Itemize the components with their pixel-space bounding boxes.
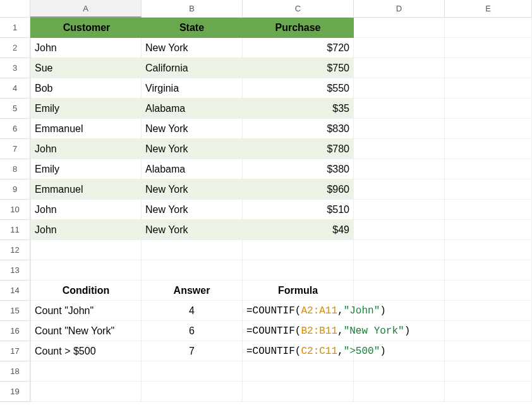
row-header-13[interactable]: 13 xyxy=(0,260,30,281)
cell-A6[interactable]: Emmanuel xyxy=(30,119,142,139)
cell-B11[interactable]: New York xyxy=(142,220,243,240)
column-header-D[interactable]: D xyxy=(354,0,445,18)
row-header-17[interactable]: 17 xyxy=(0,341,30,361)
cell-D5[interactable] xyxy=(354,99,445,119)
cell-D14[interactable] xyxy=(354,281,445,301)
cell-D7[interactable] xyxy=(354,139,445,159)
cell-E7[interactable] xyxy=(445,139,532,159)
cell-D10[interactable] xyxy=(354,200,445,220)
cell-B7[interactable]: New York xyxy=(142,139,243,159)
row-header-14[interactable]: 14 xyxy=(0,281,30,301)
cell-B14[interactable]: Answer xyxy=(142,281,243,301)
cell-E14[interactable] xyxy=(445,281,532,301)
cell-B8[interactable]: Alabama xyxy=(142,159,243,179)
cell-D3[interactable] xyxy=(354,58,445,78)
row-header-9[interactable]: 9 xyxy=(0,179,30,200)
cell-C11[interactable]: $49 xyxy=(243,220,354,240)
cell-C8[interactable]: $380 xyxy=(243,159,354,179)
cell-B17[interactable]: 7 xyxy=(142,341,243,361)
row-header-5[interactable]: 5 xyxy=(0,99,30,119)
cell-C9[interactable]: $960 xyxy=(243,179,354,200)
row-header-15[interactable]: 15 xyxy=(0,301,30,321)
cell-B2[interactable]: New York xyxy=(142,38,243,58)
cell-A18[interactable] xyxy=(30,361,142,382)
cell-D12[interactable] xyxy=(354,240,445,260)
cell-A13[interactable] xyxy=(30,260,142,281)
cell-B1[interactable]: State xyxy=(142,18,243,38)
spreadsheet[interactable]: ABCDE1CustomerStatePurchase2JohnNew York… xyxy=(0,0,532,412)
row-header-19[interactable]: 19 xyxy=(0,382,30,402)
cell-A8[interactable]: Emily xyxy=(30,159,142,179)
cell-A16[interactable]: Count "New York" xyxy=(30,321,142,341)
cell-B9[interactable]: New York xyxy=(142,179,243,200)
row-header-4[interactable]: 4 xyxy=(0,78,30,99)
cell-A2[interactable]: John xyxy=(30,38,142,58)
cell-D6[interactable] xyxy=(354,119,445,139)
cell-C18[interactable] xyxy=(243,361,354,382)
cell-A9[interactable]: Emmanuel xyxy=(30,179,142,200)
cell-C7[interactable]: $780 xyxy=(243,139,354,159)
cell-A12[interactable] xyxy=(30,240,142,260)
cell-C4[interactable]: $550 xyxy=(243,78,354,99)
cell-C13[interactable] xyxy=(243,260,354,281)
column-header-C[interactable]: C xyxy=(243,0,354,18)
cell-B19[interactable] xyxy=(142,382,243,402)
cell-E19[interactable] xyxy=(445,382,532,402)
cell-B6[interactable]: New York xyxy=(142,119,243,139)
cell-E9[interactable] xyxy=(445,179,532,200)
cell-C19[interactable] xyxy=(243,382,354,402)
row-header-7[interactable]: 7 xyxy=(0,139,30,159)
cell-E3[interactable] xyxy=(445,58,532,78)
cell-A17[interactable]: Count > $500 xyxy=(30,341,142,361)
cell-E17[interactable] xyxy=(445,341,532,361)
cell-C6[interactable]: $830 xyxy=(243,119,354,139)
cell-B13[interactable] xyxy=(142,260,243,281)
cell-A15[interactable]: Count "John" xyxy=(30,301,142,321)
cell-D1[interactable] xyxy=(354,18,445,38)
row-header-3[interactable]: 3 xyxy=(0,58,30,78)
cell-A5[interactable]: Emily xyxy=(30,99,142,119)
cell-B16[interactable]: 6 xyxy=(142,321,243,341)
cell-C15[interactable]: =COUNTIF(A2:A11,"John") xyxy=(243,301,354,321)
cell-E1[interactable] xyxy=(445,18,532,38)
cell-D8[interactable] xyxy=(354,159,445,179)
cell-D19[interactable] xyxy=(354,382,445,402)
column-header-E[interactable]: E xyxy=(445,0,532,18)
cell-E18[interactable] xyxy=(445,361,532,382)
cell-B4[interactable]: Virginia xyxy=(142,78,243,99)
cell-C12[interactable] xyxy=(243,240,354,260)
cell-D4[interactable] xyxy=(354,78,445,99)
cell-E4[interactable] xyxy=(445,78,532,99)
row-header-11[interactable]: 11 xyxy=(0,220,30,240)
cell-C5[interactable]: $35 xyxy=(243,99,354,119)
cell-B12[interactable] xyxy=(142,240,243,260)
cell-D11[interactable] xyxy=(354,220,445,240)
column-header-A[interactable]: A xyxy=(30,0,142,18)
cell-C14[interactable]: Formula xyxy=(243,281,354,301)
cell-C1[interactable]: Purchase xyxy=(243,18,354,38)
cell-C3[interactable]: $750 xyxy=(243,58,354,78)
cell-E5[interactable] xyxy=(445,99,532,119)
cell-A3[interactable]: Sue xyxy=(30,58,142,78)
row-header-2[interactable]: 2 xyxy=(0,38,30,58)
row-header-18[interactable]: 18 xyxy=(0,361,30,382)
cell-A11[interactable]: John xyxy=(30,220,142,240)
cell-D2[interactable] xyxy=(354,38,445,58)
cell-C16[interactable]: =COUNTIF(B2:B11,"New York") xyxy=(243,321,354,341)
cell-E2[interactable] xyxy=(445,38,532,58)
row-header-10[interactable]: 10 xyxy=(0,200,30,220)
row-header-8[interactable]: 8 xyxy=(0,159,30,179)
cell-B3[interactable]: California xyxy=(142,58,243,78)
cell-E16[interactable] xyxy=(445,321,532,341)
row-header-1[interactable]: 1 xyxy=(0,18,30,38)
cell-E11[interactable] xyxy=(445,220,532,240)
cell-C17[interactable]: =COUNTIF(C2:C11,">500") xyxy=(243,341,354,361)
row-header-12[interactable]: 12 xyxy=(0,240,30,260)
cell-E8[interactable] xyxy=(445,159,532,179)
cell-A1[interactable]: Customer xyxy=(30,18,142,38)
cell-D13[interactable] xyxy=(354,260,445,281)
cell-D18[interactable] xyxy=(354,361,445,382)
cell-A19[interactable] xyxy=(30,382,142,402)
cell-A10[interactable]: John xyxy=(30,200,142,220)
cell-A7[interactable]: John xyxy=(30,139,142,159)
